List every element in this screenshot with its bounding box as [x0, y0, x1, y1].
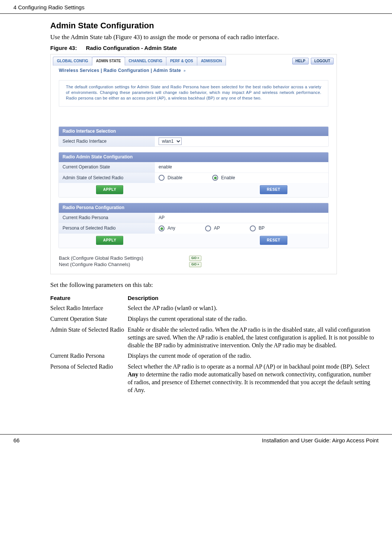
breadcrumb: Wireless Services | Radio Configuration … — [51, 68, 337, 80]
table-cell-description: Displays the current operational state o… — [128, 315, 374, 323]
table-row: Current Radio Persona Displays the curre… — [50, 352, 374, 360]
table-cell-feature: Admin State of Selected Radio — [50, 326, 128, 334]
panel-button-row: APPLY RESET — [59, 234, 328, 248]
figure-title: Radio Configuration - Admin State — [86, 45, 177, 51]
radio-admin-state-enable[interactable] — [212, 175, 218, 181]
value-current-radio-persona: AP — [155, 214, 168, 222]
table-header-feature: Feature — [50, 294, 128, 302]
go-back-button[interactable]: GO» — [189, 256, 201, 261]
nav-next-label: Next (Configure Radio Channels) — [59, 262, 189, 268]
field-label-admin-state-of-selected-radio: Admin State of Selected Radio — [59, 173, 155, 183]
select-radio-interface-dropdown[interactable]: wlan1 — [159, 138, 182, 145]
radio-label-enable: Enable — [221, 175, 235, 181]
radio-label-any: Any — [168, 225, 175, 231]
field-label-current-operation-state: Current Operation State — [59, 162, 155, 173]
panel-radio-interface-selection: Radio Interface Selection Select Radio I… — [59, 127, 328, 147]
footer-title: Installation and User Guide: Airgo Acces… — [262, 437, 379, 444]
table-cell-feature: Current Radio Persona — [50, 352, 128, 360]
panel-radio-persona: Radio Persona Configuration Current Radi… — [59, 203, 328, 248]
section-title: Admin State Configuration — [50, 20, 373, 31]
table-cell-description: Displays the current mode of operation o… — [128, 352, 374, 360]
chevron-right-icon: » — [197, 262, 199, 267]
panel-button-row: APPLY RESET — [59, 183, 328, 197]
field-label-select-radio-interface: Select Radio Interface — [59, 136, 155, 147]
logout-button[interactable]: LOGOUT — [311, 58, 334, 64]
radio-admin-state-disable[interactable] — [159, 175, 165, 181]
table-header-description: Description — [128, 294, 374, 302]
table-header-row: Feature Description — [50, 294, 374, 302]
tab-channel-config[interactable]: CHANNEL CONFIG — [125, 57, 166, 66]
screenshot-panel: GLOBAL CONFIG ADMIN STATE CHANNEL CONFIG… — [50, 54, 337, 274]
radio-label-ap: AP — [214, 225, 220, 231]
apply-button[interactable]: APPLY — [96, 236, 123, 245]
table-cell-feature: Select Radio Interface — [50, 304, 128, 312]
table-cell-description: Select the AP radio (wlan0 or wlan1). — [128, 304, 374, 312]
table-row: Select Radio Interface Select the AP rad… — [50, 304, 374, 312]
value-current-operation-state: enable — [155, 163, 176, 172]
radio-persona-any[interactable] — [159, 225, 165, 231]
nav-links: Back (Configure Global Radio Settings) G… — [51, 254, 337, 274]
page-intro-box: The default configuration settings for A… — [59, 80, 328, 107]
breadcrumb-text: Wireless Services | Radio Configuration … — [59, 68, 181, 73]
table-row: Admin State of Selected Radio Enable or … — [50, 326, 374, 349]
help-button[interactable]: HELP — [292, 58, 309, 64]
tab-bar: GLOBAL CONFIG ADMIN STATE CHANNEL CONFIG… — [51, 54, 337, 68]
page-footer: 66 Installation and User Guide: Airgo Ac… — [0, 434, 392, 452]
go-next-button[interactable]: GO» — [189, 262, 201, 267]
radio-persona-bp[interactable] — [250, 225, 256, 231]
radio-persona-ap[interactable] — [205, 225, 211, 231]
figure-caption: Figure 43:Radio Configuration - Admin St… — [50, 44, 373, 52]
figure-number: Figure 43: — [50, 45, 77, 51]
tab-admin-state[interactable]: ADMIN STATE — [92, 57, 125, 66]
reset-button[interactable]: RESET — [260, 185, 287, 194]
chevron-right-icon: » — [182, 69, 186, 73]
field-label-current-radio-persona: Current Radio Persona — [59, 213, 155, 223]
radio-label-bp: BP — [259, 225, 265, 231]
panel-radio-admin-state: Radio Admin State Configuration Current … — [59, 152, 328, 197]
page-header: 4 Configuring Radio Settings — [0, 0, 392, 14]
field-label-persona-of-selected-radio: Persona of Selected Radio — [59, 223, 155, 234]
chapter-label: 4 Configuring Radio Settings — [13, 4, 85, 11]
tab-admission[interactable]: ADMISSION — [197, 57, 226, 66]
paragraph-after-figure: Set the following parameters on this tab… — [50, 281, 373, 289]
table-cell-description: Select whether the AP radio is to operat… — [128, 363, 374, 394]
content-area: Admin State Configuration Use the Admin … — [0, 14, 392, 401]
reset-button[interactable]: RESET — [260, 236, 287, 245]
panel-header: Radio Interface Selection — [59, 127, 328, 136]
tab-perf-qos[interactable]: PERF & QOS — [166, 57, 197, 66]
section-intro-paragraph: Use the Admin State tab (Figure 43) to a… — [50, 33, 373, 41]
panel-header: Radio Persona Configuration — [59, 203, 328, 213]
apply-button[interactable]: APPLY — [96, 185, 123, 194]
chevron-right-icon: » — [197, 256, 199, 260]
table-cell-description: Enable or disable the selected radio. Wh… — [128, 326, 374, 349]
table-row: Persona of Selected Radio Select whether… — [50, 363, 374, 394]
radio-label-disable: Disable — [168, 175, 182, 181]
table-cell-feature: Current Operation State — [50, 315, 128, 323]
nav-back-label: Back (Configure Global Radio Settings) — [59, 255, 189, 262]
parameter-table: Feature Description Select Radio Interfa… — [50, 294, 374, 394]
tab-global-config[interactable]: GLOBAL CONFIG — [53, 57, 92, 66]
table-row: Current Operation State Displays the cur… — [50, 315, 374, 323]
page-number: 66 — [13, 437, 20, 444]
table-cell-feature: Persona of Selected Radio — [50, 363, 128, 371]
panel-header: Radio Admin State Configuration — [59, 152, 328, 162]
